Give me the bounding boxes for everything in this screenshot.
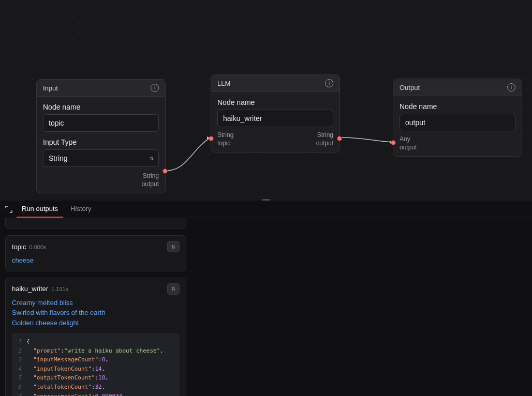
node-output[interactable]: Output i Node name Any output xyxy=(393,79,522,157)
field-label-node-name: Node name xyxy=(217,98,333,106)
port-name-label: output xyxy=(400,144,417,151)
node-header[interactable]: Output i xyxy=(393,79,522,96)
input-port[interactable] xyxy=(391,140,396,145)
port-type-label: String xyxy=(143,172,159,179)
info-icon[interactable]: i xyxy=(507,83,515,92)
info-icon[interactable]: i xyxy=(325,79,333,87)
field-label-node-name: Node name xyxy=(400,102,515,111)
node-name-input[interactable] xyxy=(400,114,515,131)
outputs-list[interactable]: topic 0.000s ⇅ cheese haiku_writer 1.191… xyxy=(0,218,191,396)
port-type-label: String xyxy=(217,131,233,139)
expand-icon[interactable] xyxy=(3,204,14,215)
card-value: Creamy melted bliss Swirled with flavors… xyxy=(12,298,180,328)
port-name-label: output xyxy=(142,180,159,188)
output-port[interactable] xyxy=(162,169,168,174)
input-port[interactable] xyxy=(209,136,214,141)
json-detail: 1{ 2 "prompt": "write a haiku about chee… xyxy=(12,333,180,396)
expand-card-button[interactable]: ⇅ xyxy=(167,241,180,252)
port-type-label: Any xyxy=(400,135,417,143)
info-icon[interactable]: i xyxy=(151,84,159,92)
node-title: Output xyxy=(400,84,420,92)
port-type-label: String xyxy=(317,131,333,139)
wire-input-to-llm xyxy=(167,138,210,171)
card-name: haiku_writer xyxy=(12,285,48,293)
node-name-input[interactable] xyxy=(43,114,159,132)
card-duration: 0.000s xyxy=(29,244,46,250)
node-header[interactable]: Input i xyxy=(37,80,165,97)
output-card-partial xyxy=(5,218,186,229)
node-header[interactable]: LLM i xyxy=(211,75,339,92)
output-card-haiku-writer: haiku_writer 1.191s ⇅ Creamy melted blis… xyxy=(5,278,186,397)
output-port[interactable] xyxy=(337,136,342,141)
card-value: cheese xyxy=(12,255,180,266)
port-name-label: topic xyxy=(217,140,233,147)
node-canvas[interactable]: Input i Node name Input Type ⇅ String ou… xyxy=(0,0,532,199)
tab-run-outputs[interactable]: Run outputs xyxy=(17,201,63,218)
node-name-input[interactable] xyxy=(217,110,333,127)
tab-history[interactable]: History xyxy=(65,201,96,218)
card-duration: 1.191s xyxy=(51,286,68,292)
bottom-panel: Run outputs History topic 0.000s ⇅ chees… xyxy=(0,201,532,396)
field-label-node-name: Node name xyxy=(43,103,159,111)
field-label-input-type: Input Type xyxy=(43,138,159,146)
node-title: Input xyxy=(43,84,58,92)
card-name: topic xyxy=(12,243,26,251)
output-card-topic: topic 0.000s ⇅ cheese xyxy=(5,235,186,271)
node-input[interactable]: Input i Node name Input Type ⇅ String ou… xyxy=(36,79,166,193)
expand-card-button[interactable]: ⇅ xyxy=(167,283,180,295)
input-type-select[interactable] xyxy=(43,149,159,167)
node-llm[interactable]: LLM i Node name String topic String outp… xyxy=(211,74,340,153)
node-title: LLM xyxy=(217,80,230,87)
port-name-label: output xyxy=(316,140,333,147)
bottom-tabs: Run outputs History xyxy=(0,201,532,218)
wire-llm-to-output xyxy=(342,138,392,142)
